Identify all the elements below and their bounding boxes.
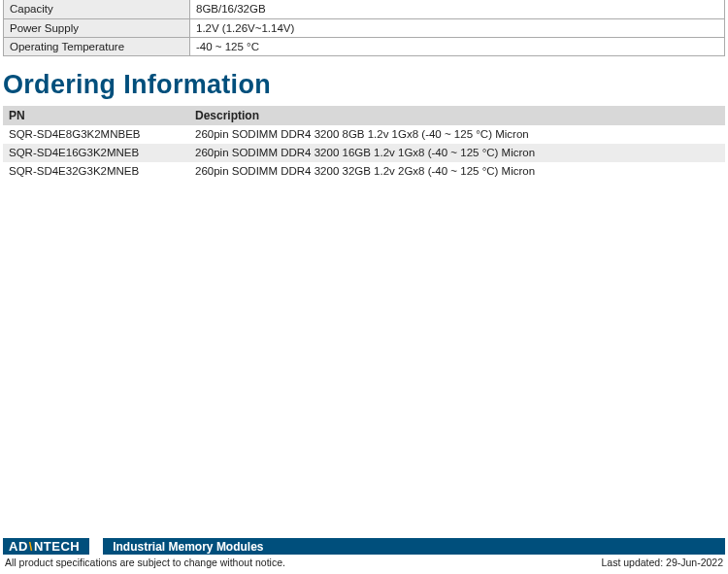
spec-value: 1.2V (1.26V~1.14V) xyxy=(190,18,725,37)
table-row: Power Supply 1.2V (1.26V~1.14V) xyxy=(4,18,725,37)
ordering-heading: Ordering Information xyxy=(3,70,725,100)
brand-text-right: NTECH xyxy=(34,539,80,554)
col-description: Description xyxy=(189,106,725,125)
brand-logo: AD\NTECH xyxy=(3,538,89,555)
footer: AD\NTECH Industrial Memory Modules All p… xyxy=(3,538,725,568)
cell-desc: 260pin SODIMM DDR4 3200 8GB 1.2v 1Gx8 (-… xyxy=(189,125,725,144)
brand-slash-icon: \ xyxy=(29,539,33,554)
footer-line: All product specifications are subject t… xyxy=(3,557,725,568)
table-row: SQR-SD4E32G3K2MNEB 260pin SODIMM DDR4 32… xyxy=(3,162,725,181)
footer-gap xyxy=(89,538,103,555)
table-row: SQR-SD4E8G3K2MNBEB 260pin SODIMM DDR4 32… xyxy=(3,125,725,144)
cell-pn: SQR-SD4E32G3K2MNEB xyxy=(3,162,189,181)
spec-table: Capacity 8GB/16/32GB Power Supply 1.2V (… xyxy=(3,0,725,56)
footer-category: Industrial Memory Modules xyxy=(103,538,725,555)
spec-value: -40 ~ 125 °C xyxy=(190,37,725,55)
cell-pn: SQR-SD4E16G3K2MNEB xyxy=(3,144,189,162)
table-row: Operating Temperature -40 ~ 125 °C xyxy=(4,37,725,55)
table-row: Capacity 8GB/16/32GB xyxy=(4,0,725,18)
table-header-row: PN Description xyxy=(3,106,725,125)
col-pn: PN xyxy=(3,106,189,125)
footer-last-updated: Last updated: 29-Jun-2022 xyxy=(601,557,723,568)
spec-label: Operating Temperature xyxy=(4,37,190,55)
table-row: SQR-SD4E16G3K2MNEB 260pin SODIMM DDR4 32… xyxy=(3,144,725,162)
spec-value: 8GB/16/32GB xyxy=(190,0,725,18)
spec-label: Capacity xyxy=(4,0,190,18)
cell-desc: 260pin SODIMM DDR4 3200 16GB 1.2v 1Gx8 (… xyxy=(189,144,725,162)
ordering-table: PN Description SQR-SD4E8G3K2MNBEB 260pin… xyxy=(3,106,725,181)
spec-label: Power Supply xyxy=(4,18,190,37)
brand-text-left: AD xyxy=(9,539,28,554)
cell-desc: 260pin SODIMM DDR4 3200 32GB 1.2v 2Gx8 (… xyxy=(189,162,725,181)
cell-pn: SQR-SD4E8G3K2MNBEB xyxy=(3,125,189,144)
footer-disclaimer: All product specifications are subject t… xyxy=(5,557,285,568)
footer-bar: AD\NTECH Industrial Memory Modules xyxy=(3,538,725,555)
